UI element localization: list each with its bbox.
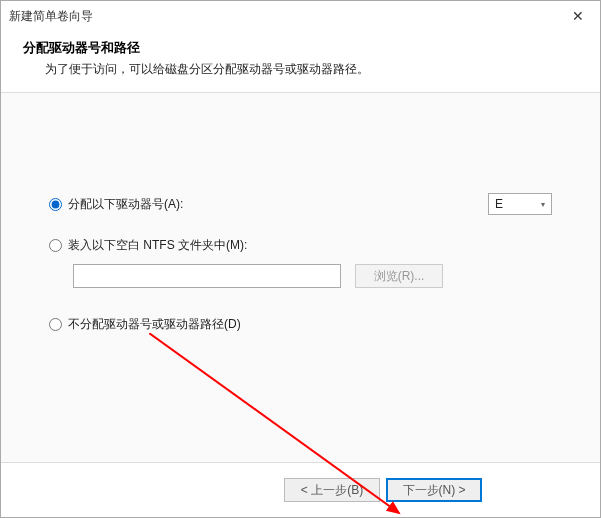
option-assign-letter-row: 分配以下驱动器号(A): E ▾ <box>49 193 552 215</box>
wizard-body: 分配以下驱动器号(A): E ▾ 装入以下空白 NTFS 文件夹中(M): 浏览… <box>1 92 600 463</box>
option-mount-ntfs-row: 装入以下空白 NTFS 文件夹中(M): <box>49 237 552 254</box>
next-button[interactable]: 下一步(N) > <box>386 478 482 502</box>
close-button[interactable]: ✕ <box>555 1 600 31</box>
radio-mount-ntfs[interactable] <box>49 239 62 252</box>
browse-button[interactable]: 浏览(R)... <box>355 264 443 288</box>
close-icon: ✕ <box>572 8 584 24</box>
mount-path-input[interactable] <box>73 264 341 288</box>
page-title: 分配驱动器号和路径 <box>23 39 578 57</box>
radio-assign-letter[interactable] <box>49 198 62 211</box>
mount-path-row: 浏览(R)... <box>73 264 552 288</box>
drive-letter-select[interactable]: E ▾ <box>488 193 552 215</box>
page-subtitle: 为了便于访问，可以给磁盘分区分配驱动器号或驱动器路径。 <box>23 61 578 78</box>
radio-no-assign[interactable] <box>49 318 62 331</box>
wizard-header: 分配驱动器号和路径 为了便于访问，可以给磁盘分区分配驱动器号或驱动器路径。 <box>1 31 600 92</box>
window-title: 新建简单卷向导 <box>9 8 93 25</box>
title-bar: 新建简单卷向导 ✕ <box>1 1 600 31</box>
label-assign-letter: 分配以下驱动器号(A): <box>68 196 488 213</box>
option-no-assign-row: 不分配驱动器号或驱动器路径(D) <box>49 316 552 333</box>
wizard-footer: < 上一步(B) 下一步(N) > 取消 <box>1 463 600 517</box>
chevron-down-icon: ▾ <box>541 200 545 209</box>
back-button[interactable]: < 上一步(B) <box>284 478 380 502</box>
wizard-window: 新建简单卷向导 ✕ 分配驱动器号和路径 为了便于访问，可以给磁盘分区分配驱动器号… <box>0 0 601 518</box>
label-mount-ntfs: 装入以下空白 NTFS 文件夹中(M): <box>68 237 552 254</box>
drive-letter-value: E <box>495 197 503 211</box>
label-no-assign: 不分配驱动器号或驱动器路径(D) <box>68 316 552 333</box>
